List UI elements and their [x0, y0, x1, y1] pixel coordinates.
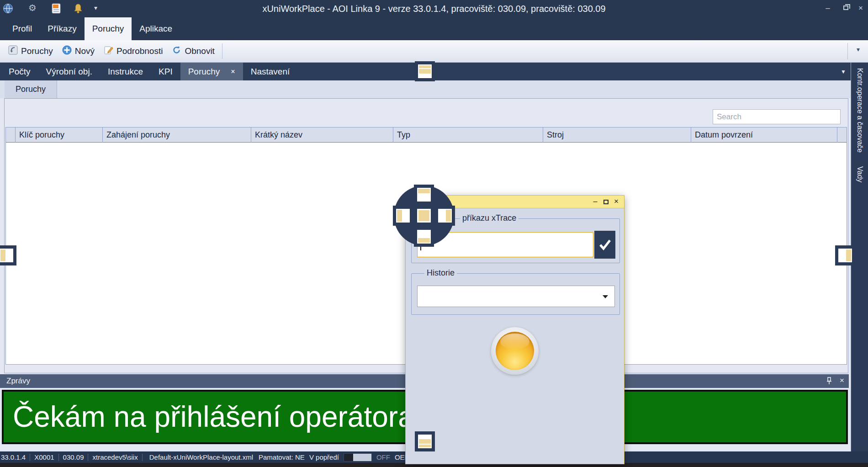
toolbar-label: Obnovit [185, 46, 214, 56]
doc-tab-kpi[interactable]: KPI [151, 63, 180, 80]
menubar: Profil Příkazy Poruchy Aplikace [0, 17, 868, 40]
menu-tab-profil[interactable]: Profil [5, 17, 40, 40]
doc-tab-label: Počty [9, 63, 31, 80]
side-tab-kontroperace[interactable]: Kontr.operace a časovače [856, 68, 864, 153]
subtab-row: Poruchy [0, 80, 851, 98]
dock-guide-edge-top[interactable] [415, 61, 435, 81]
grid-header-cell-zahajeni[interactable]: Zahájení poruchy [103, 127, 251, 143]
xtrace-groupbox-label: příkazu xTrace [460, 213, 519, 223]
history-label: Historie [424, 268, 457, 278]
statusbar-user: xtracedev5\siix [92, 453, 138, 461]
toolbar-button-poruchy[interactable]: Poruchy [4, 43, 58, 59]
toolbar: Poruchy Nový Podrobnosti Obnovit [0, 40, 868, 63]
toggle-knob [344, 454, 353, 461]
dialog-close-button[interactable]: × [612, 197, 620, 206]
close-button[interactable]: × [855, 4, 866, 13]
doc-tab-instrukce[interactable]: Instrukce [100, 63, 151, 80]
dialog-maximize-button[interactable] [603, 200, 609, 204]
statusbar-remember: Pamatovat: NE [259, 453, 305, 461]
dock-guide-edge-right[interactable] [835, 245, 855, 265]
doc-tab-label: Instrukce [108, 63, 143, 80]
dock-edge-right-icon [838, 249, 852, 262]
toolbar-button-obnovit[interactable]: Obnovit [167, 43, 219, 59]
dock-guide-dock-right[interactable] [435, 206, 455, 226]
doc-tab-pocty[interactable]: Počty [1, 63, 38, 80]
dock-edge-bottom-icon [418, 435, 432, 448]
dock-guide-edge-bottom[interactable] [415, 431, 435, 451]
statusbar-separator [58, 454, 59, 461]
pin-icon[interactable] [826, 377, 832, 387]
statusbar-station: X0001 [34, 453, 54, 461]
subtab-poruchy[interactable]: Poruchy [5, 80, 57, 98]
grid-header-cell-typ[interactable]: Typ [393, 127, 543, 143]
fault-list-icon [8, 45, 18, 57]
foreground-toggle[interactable] [344, 453, 372, 462]
grid-header-filler [837, 127, 847, 143]
menu-tab-prikazy[interactable]: Příkazy [40, 17, 84, 40]
window-title: xUniWorkPlace - AOI Linka 9 - verze 33.0… [0, 0, 868, 17]
dock-top-icon [417, 188, 431, 202]
status-lamp [496, 332, 534, 370]
toolbar-label: Nový [75, 46, 95, 56]
confirm-button[interactable] [594, 231, 615, 259]
doc-tab-nastaveni[interactable]: Nastavení [243, 63, 298, 80]
statusbar-foreground-label: V popředí [309, 453, 339, 461]
menu-tab-aplikace[interactable]: Aplikace [132, 17, 180, 40]
dock-guide-dock-top[interactable] [414, 185, 434, 205]
menu-tab-poruchy[interactable]: Poruchy [85, 17, 132, 40]
side-tab-vady[interactable]: Vady [856, 166, 864, 182]
refresh-icon [172, 45, 181, 57]
doc-tab-vyrobni-obj[interactable]: Výrobní obj. [38, 63, 100, 80]
dock-guide-dock-left[interactable] [393, 206, 413, 226]
toolbar-separator [222, 43, 222, 59]
minimize-button[interactable]: – [822, 4, 833, 13]
dock-fill-icon [417, 209, 431, 223]
combobox-arrow-icon [603, 295, 608, 298]
grid-header-cell-datum[interactable]: Datum povrzení [691, 127, 837, 143]
statusbar-workplace: 030.09 [63, 453, 84, 461]
doc-tab-poruchy[interactable]: Poruchy × [180, 63, 243, 80]
messages-close-icon[interactable]: × [840, 376, 844, 385]
restore-button[interactable] [843, 5, 848, 10]
doc-tab-close-icon[interactable]: × [231, 68, 235, 75]
banner-text: Čekám na přihlášení operátora ... [13, 392, 447, 442]
grid-row-indicator-header [6, 127, 16, 143]
dock-guide-dock-bottom[interactable] [414, 227, 434, 247]
dialog-minimize-button[interactable]: – [591, 197, 599, 206]
history-combobox[interactable] [417, 286, 615, 307]
dock-guide-edge-left[interactable] [0, 245, 16, 265]
doc-tab-label: Výrobní obj. [46, 63, 92, 80]
search-input[interactable] [713, 109, 841, 124]
check-icon [597, 236, 613, 254]
toolbar-button-novy[interactable]: Nový [58, 43, 99, 59]
dock-edge-left-icon [0, 249, 13, 262]
grid-header: Klíč poruchy Zahájení poruchy Krátký náz… [6, 127, 847, 143]
statusbar-separator [88, 454, 88, 461]
edit-details-icon [104, 45, 113, 57]
statusbar-layout-file: Default-xUniWorkPlace-layout.xml [149, 453, 253, 461]
dock-bottom-icon [417, 230, 431, 244]
status-lamp-ring [491, 327, 539, 375]
grid-header-cell-klic[interactable]: Klíč poruchy [16, 127, 103, 143]
doc-tab-label: Nastavení [251, 63, 290, 80]
add-icon [62, 45, 72, 57]
toolbar-separator [847, 43, 848, 59]
toolbar-button-podrobnosti[interactable]: Podrobnosti [99, 43, 167, 59]
dock-guide-dock-fill[interactable] [414, 206, 434, 226]
toolbar-label: Poruchy [21, 46, 53, 56]
statusbar-version: 33.0.1.4 [1, 453, 26, 461]
toolbar-label: Podrobnosti [116, 46, 163, 56]
dock-right-icon [438, 209, 452, 223]
statusbar-off: OFF [376, 453, 390, 461]
titlebar: ⚙ ▾ xUniWorkPlace - AOI Linka 9 - verze … [0, 0, 868, 17]
dock-edge-top-icon [418, 64, 432, 78]
toolbar-overflow-chevron-icon[interactable]: ▾ [857, 46, 860, 53]
grid-header-cell-kratky-nazev[interactable]: Krátký název [251, 127, 393, 143]
tabstrip-dropdown-icon[interactable]: ▼ [841, 69, 846, 75]
grid-header-cell-stroj[interactable]: Stroj [543, 127, 691, 143]
app-window: ⚙ ▾ xUniWorkPlace - AOI Linka 9 - verze … [0, 0, 868, 467]
dock-left-icon [396, 209, 410, 223]
messages-title: Zprávy [6, 374, 30, 388]
statusbar-separator [30, 454, 30, 461]
statusbar-separator [142, 454, 143, 461]
